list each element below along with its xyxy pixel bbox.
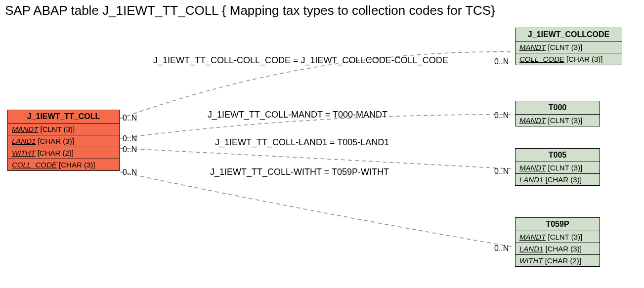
entity-header: T005: [515, 149, 600, 162]
entity-t005: T005 MANDT [CLNT (3)] LAND1 [CHAR (3)]: [515, 148, 600, 186]
field-row: COLL_CODE [CHAR (3)]: [8, 159, 119, 170]
entity-header: T000: [515, 101, 600, 115]
cardinality-right: 0..N: [494, 244, 509, 253]
field-row: MANDT [CLNT (3)]: [515, 115, 600, 126]
field-row: LAND1 [CHAR (3)]: [8, 135, 119, 147]
field-row: LAND1 [CHAR (3)]: [515, 174, 600, 185]
relation-label: J_1IEWT_TT_COLL-WITHT = T059P-WITHT: [210, 167, 389, 177]
cardinality-right: 0..N: [494, 167, 509, 176]
field-row: MANDT [CLNT (3)]: [8, 123, 119, 135]
cardinality-left: 0..N: [123, 145, 137, 154]
cardinality-left: 0..N: [123, 168, 137, 177]
cardinality-right: 0..N: [494, 111, 509, 120]
relation-label: J_1IEWT_TT_COLL-MANDT = T000-MANDT: [208, 110, 387, 120]
entity-t059p: T059P MANDT [CLNT (3)] LAND1 [CHAR (3)] …: [515, 217, 600, 267]
entity-j1iewt-tt-coll: J_1IEWT_TT_COLL MANDT [CLNT (3)] LAND1 […: [7, 110, 120, 171]
field-row: MANDT [CLNT (3)]: [515, 231, 600, 243]
relation-label: J_1IEWT_TT_COLL-COLL_CODE = J_1IEWT_COLL…: [153, 55, 448, 66]
relation-label: J_1IEWT_TT_COLL-LAND1 = T005-LAND1: [215, 137, 389, 148]
field-row: MANDT [CLNT (3)]: [515, 41, 622, 53]
field-row: LAND1 [CHAR (3)]: [515, 243, 600, 255]
field-row: MANDT [CLNT (3)]: [515, 162, 600, 174]
entity-header: J_1IEWT_COLLCODE: [515, 28, 622, 41]
entity-header: J_1IEWT_TT_COLL: [8, 110, 119, 123]
entity-j1iewt-collcode: J_1IEWT_COLLCODE MANDT [CLNT (3)] COLL_C…: [515, 28, 622, 65]
field-row: WITHT [CHAR (2)]: [8, 147, 119, 159]
entity-t000: T000 MANDT [CLNT (3)]: [515, 101, 600, 126]
cardinality-left: 0..N: [123, 134, 137, 143]
entity-header: T059P: [515, 218, 600, 231]
field-row: WITHT [CHAR (2)]: [515, 255, 600, 266]
field-row: COLL_CODE [CHAR (3)]: [515, 53, 622, 65]
cardinality-right: 0..N: [494, 57, 509, 66]
cardinality-left: 0..N: [123, 114, 137, 123]
